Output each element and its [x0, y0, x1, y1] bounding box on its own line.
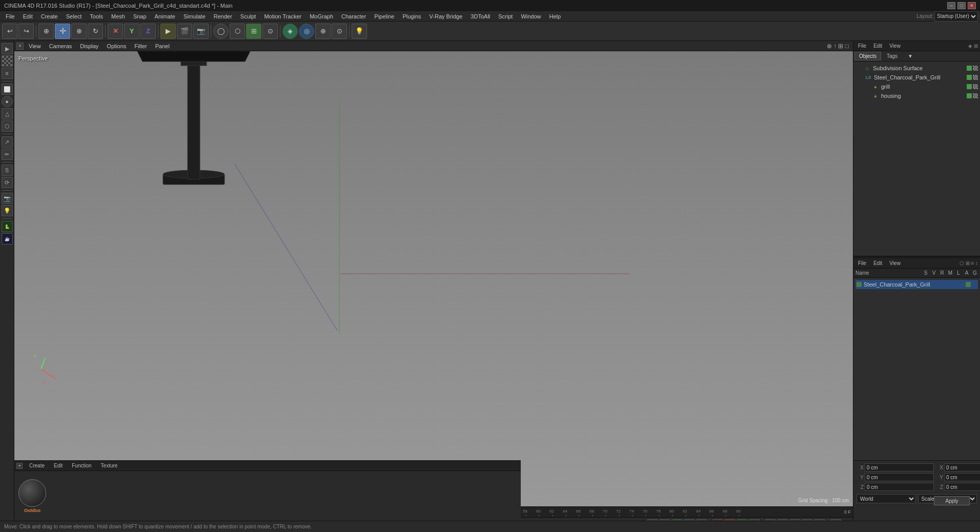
y-rot-input[interactable] [944, 473, 980, 481]
window-controls[interactable]: ─ □ ✕ [947, 2, 976, 9]
menu-mograph[interactable]: MoGraph [306, 12, 337, 21]
menu-script[interactable]: Script [495, 12, 516, 21]
menu-character[interactable]: Character [338, 12, 370, 21]
mat-editor-handle[interactable]: ≡ [16, 463, 23, 469]
y-position-input[interactable] [865, 473, 934, 481]
menu-mesh[interactable]: Mesh [108, 12, 129, 21]
mat-file-menu[interactable]: File [855, 260, 869, 267]
edges-mode[interactable]: ⬡ [230, 24, 245, 39]
menu-sculpt[interactable]: Sculpt [237, 12, 260, 21]
world-dropdown[interactable]: World [856, 494, 916, 503]
obj-item-housing-poly[interactable]: ▲ housing [853, 91, 980, 100]
menu-plugins[interactable]: Plugins [399, 12, 424, 21]
obj-item-subdivision[interactable]: ◇ Subdivision Surface [853, 64, 980, 73]
apply-button[interactable]: Apply [934, 496, 970, 505]
mat-texture-menu[interactable]: Texture [98, 462, 120, 469]
menu-help[interactable]: Help [546, 12, 565, 21]
vp-menu-filter[interactable]: Filter [131, 42, 150, 50]
tool-checkerboard[interactable] [2, 55, 13, 67]
obj-edit-menu[interactable]: Edit [871, 43, 885, 49]
menu-vray-bridge[interactable]: V-Ray Bridge [426, 12, 466, 21]
viewport-canvas[interactable]: Perspective [14, 51, 853, 506]
vp-menu-options[interactable]: Options [104, 42, 129, 50]
mat-mode-icons[interactable]: ⬡ ⊞ ≡ ↕ [959, 260, 978, 266]
minimize-button[interactable]: ─ [947, 2, 955, 9]
rotate-tool-button[interactable]: ↻ [88, 24, 103, 39]
move-tool-button[interactable]: ✛ [55, 24, 70, 39]
tool-cone[interactable]: △ [2, 108, 13, 119]
layout-select[interactable]: Startup (User) [934, 11, 978, 22]
mat-view-menu[interactable]: View [887, 260, 903, 267]
vp-menu-display[interactable]: Display [77, 42, 101, 50]
tool-sphere[interactable]: ● [2, 96, 13, 107]
object-selection-button[interactable]: ◎ [299, 24, 314, 39]
obj-item-grill-null[interactable]: L0 Steel_Charcoal_Park_Grill [853, 73, 980, 82]
vp-menu-cameras[interactable]: Cameras [46, 42, 75, 50]
z-rot-input[interactable] [944, 483, 980, 491]
menu-pipeline[interactable]: Pipeline [371, 12, 398, 21]
scene-hierarchy-button[interactable]: ⊙ [332, 24, 347, 39]
obj-file-menu[interactable]: File [855, 43, 869, 49]
render-settings-button[interactable]: 🎬 [177, 24, 192, 39]
render-to-po-button[interactable]: 📷 [193, 24, 209, 39]
vp-menu-view[interactable]: View [26, 42, 44, 50]
y-axis-button[interactable]: Y [124, 24, 139, 39]
obj-view-menu[interactable]: View [887, 43, 903, 49]
tool-spline[interactable]: ↗ [2, 136, 13, 148]
menu-edit[interactable]: Edit [19, 12, 36, 21]
viewport-menu-btn[interactable]: ≡ [16, 43, 24, 50]
tool-coffee[interactable]: ☕ [2, 233, 13, 244]
z-position-input[interactable] [865, 483, 934, 491]
menu-create[interactable]: Create [37, 12, 62, 21]
menu-tools[interactable]: Tools [86, 12, 107, 21]
mat-item-grill[interactable]: Steel_Charcoal_Park_Grill [855, 280, 978, 289]
undo-button[interactable]: ↩ [2, 24, 17, 39]
poly-mode[interactable]: ⊞ [246, 24, 261, 39]
render-button[interactable]: ▶ [160, 24, 176, 39]
menu-snap[interactable]: Snap [130, 12, 150, 21]
scale-tool-button[interactable]: ⊕ [71, 24, 87, 39]
obj-item-grill-poly[interactable]: ▲ grill [853, 82, 980, 91]
x-axis-button[interactable]: ✕ [108, 24, 123, 39]
menu-select[interactable]: Select [63, 12, 86, 21]
mat-edit-menu-2[interactable]: Edit [51, 462, 65, 469]
vp-menu-panel[interactable]: Panel [152, 42, 173, 50]
close-button[interactable]: ✕ [968, 2, 976, 9]
object-deform-button[interactable]: ⊕ [315, 24, 331, 39]
tool-bezier[interactable]: S [2, 165, 13, 176]
tool-layers[interactable]: ≡ [2, 68, 13, 79]
menu-simulate[interactable]: Simulate [180, 12, 209, 21]
z-axis-button[interactable]: Z [140, 24, 156, 39]
scene-object-button[interactable]: ◈ [282, 24, 298, 39]
tab-objects[interactable]: Objects [854, 52, 881, 60]
menu-motion-tracker[interactable]: Motion Tracker [260, 12, 305, 21]
menu-file[interactable]: File [2, 12, 18, 21]
mat-create-menu[interactable]: Create [27, 462, 47, 469]
tool-pointer[interactable]: ▶ [2, 43, 13, 54]
tool-soft-selection[interactable]: ⟳ [2, 177, 13, 188]
tool-box[interactable]: ⬜ [2, 84, 13, 95]
menu-window[interactable]: Window [517, 12, 544, 21]
x-position-input[interactable] [865, 463, 934, 472]
object-mode[interactable]: ⊙ [262, 24, 278, 39]
tool-camera[interactable]: 📷 [2, 193, 13, 204]
tab-more[interactable]: ▼ [903, 52, 917, 60]
tool-cylinder[interactable]: ⬡ [2, 120, 13, 132]
new-scene-button[interactable]: ⊕ [38, 24, 54, 39]
tool-pen[interactable]: ✏ [2, 149, 13, 160]
enable-axis-button[interactable]: 💡 [352, 24, 367, 39]
redo-button[interactable]: ↪ [18, 24, 34, 39]
vp-icons[interactable]: ⊕ ↑ ⊞ □ [827, 43, 849, 50]
menu-render[interactable]: Render [210, 12, 236, 21]
mat-edit-menu[interactable]: Edit [871, 260, 885, 267]
mat-function-menu[interactable]: Function [69, 462, 94, 469]
menu-3dtoall[interactable]: 3DToAll [467, 12, 494, 21]
points-mode[interactable]: ◯ [213, 24, 229, 39]
maximize-button[interactable]: □ [957, 2, 966, 9]
obj-mode-icons[interactable]: ◈ ⊞ [968, 43, 978, 49]
tool-light[interactable]: 💡 [2, 205, 13, 216]
tab-tags[interactable]: Tags [882, 52, 902, 60]
x-rot-input[interactable] [944, 463, 980, 472]
tool-python[interactable]: 🐍 [2, 221, 13, 232]
menu-animate[interactable]: Animate [151, 12, 179, 21]
